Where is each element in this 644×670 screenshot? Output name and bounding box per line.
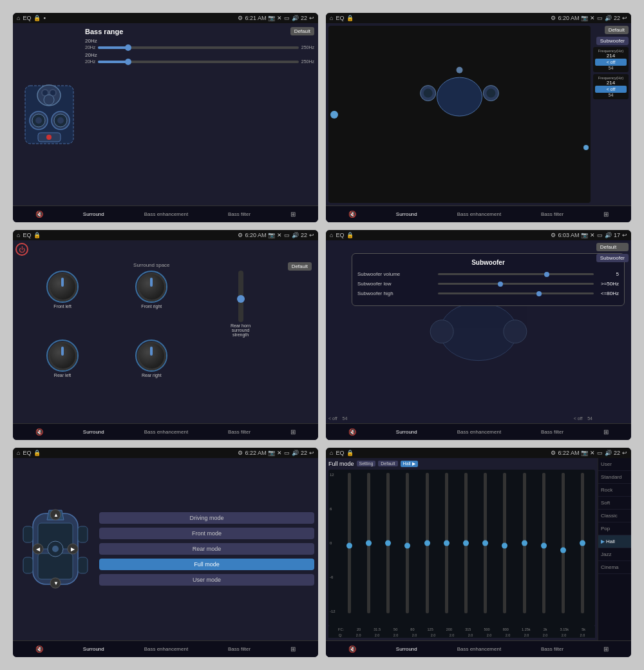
subwoofer-button-2[interactable]: Subwoofer <box>596 37 629 45</box>
freq-num-left: 54 <box>595 66 627 70</box>
freq-50: 50 <box>393 627 397 631</box>
rear-mode-button[interactable]: Rear mode <box>99 543 314 555</box>
mute-button-6[interactable]: 🔇 <box>346 644 359 654</box>
home-icon-3[interactable]: ⌂ <box>17 232 20 238</box>
eq-settings-button-5[interactable]: ⊞ <box>288 644 298 654</box>
setting-button[interactable]: Setting <box>357 461 376 466</box>
subwoofer-button-4[interactable]: Subwoofer <box>596 254 629 262</box>
eq-bar-5 <box>437 473 455 613</box>
svg-text:▲: ▲ <box>53 512 59 518</box>
eq-settings-button-6[interactable]: ⊞ <box>601 644 611 654</box>
bass-filter-button-4[interactable]: Bass filter <box>538 428 566 436</box>
front-mode-button[interactable]: Front mode <box>99 528 314 539</box>
eq-bar-2 <box>379 473 397 613</box>
mute-button-5[interactable]: 🔇 <box>33 644 46 654</box>
default-button-2[interactable]: Default <box>605 26 629 34</box>
subwoofer-high-slider[interactable] <box>438 292 594 294</box>
preset-hall[interactable]: ▶ Hall <box>598 535 631 548</box>
mute-button-2[interactable]: 🔇 <box>346 209 359 219</box>
user-mode-button[interactable]: User mode <box>99 574 314 586</box>
preset-soft[interactable]: Soft <box>598 497 631 510</box>
surround-button-2[interactable]: Surround <box>393 210 420 218</box>
default-button-6[interactable]: Default <box>378 461 397 466</box>
surround-button-5[interactable]: Surround <box>80 645 107 653</box>
surround-button-6[interactable]: Surround <box>393 645 420 653</box>
front-left-knob[interactable] <box>46 271 79 303</box>
bass-enhancement-button-1[interactable]: Bass enhancement <box>142 210 191 218</box>
back-icon-3[interactable]: ↩ <box>309 232 314 238</box>
freq-125: 125 <box>428 627 433 631</box>
bass-range-title: Bass range <box>85 28 123 35</box>
freq-80: 80 <box>410 627 414 631</box>
freq-200: 200 <box>446 627 452 631</box>
home-icon-2[interactable]: ⌂ <box>330 15 333 21</box>
subwoofer-low-slider[interactable] <box>438 283 594 285</box>
mute-button-3[interactable]: 🔇 <box>33 427 46 437</box>
eq-bar-4 <box>418 473 436 613</box>
home-icon[interactable]: ⌂ <box>17 15 20 21</box>
svg-point-6 <box>44 95 54 105</box>
preset-rock[interactable]: Rock <box>598 484 631 497</box>
lock-icon-4: 🔒 <box>346 232 354 238</box>
rear-left-knob[interactable] <box>46 340 79 372</box>
bass-filter-button-6[interactable]: Bass filter <box>538 645 566 653</box>
bass-enhancement-button-2[interactable]: Bass enhancement <box>455 210 504 218</box>
mute-button-1[interactable]: 🔇 <box>33 209 46 219</box>
preset-user[interactable]: User <box>598 458 631 471</box>
slider2-track[interactable] <box>98 61 298 63</box>
surround-button-1[interactable]: Surround <box>80 210 107 218</box>
cam-icon-4: 📷 <box>581 232 588 238</box>
default-button-3[interactable]: Default <box>288 262 312 271</box>
eq-settings-button-2[interactable]: ⊞ <box>601 209 611 219</box>
bass-filter-button-5[interactable]: Bass filter <box>225 645 253 653</box>
preset-cinema[interactable]: Cinema <box>598 561 631 574</box>
subwoofer-dialog: Subwoofer Subwoofer volume 5 Subwoofer l… <box>352 253 625 306</box>
home-icon-4[interactable]: ⌂ <box>330 232 333 238</box>
default-button-4[interactable]: Default <box>596 243 629 251</box>
preset-classic[interactable]: Classic <box>598 510 631 522</box>
default-button-1[interactable]: Default <box>290 27 314 35</box>
surround-button-4[interactable]: Surround <box>393 428 420 436</box>
bottom-bar-5: 🔇 Surround Bass enhancement Bass filter … <box>13 640 318 657</box>
hall-button[interactable]: Hall ▶ <box>401 461 418 467</box>
slider1-track[interactable] <box>98 46 298 49</box>
eq-settings-button-3[interactable]: ⊞ <box>288 427 298 437</box>
bass-filter-button-2[interactable]: Bass filter <box>538 210 566 218</box>
rear-right-knob[interactable] <box>135 340 167 372</box>
preset-standard[interactable]: Standard <box>598 471 631 484</box>
bass-filter-button-1[interactable]: Bass filter <box>225 210 253 218</box>
eq-settings-button-4[interactable]: ⊞ <box>601 427 611 437</box>
bass-enhancement-button-4[interactable]: Bass enhancement <box>455 428 504 436</box>
db-n6: -6 <box>330 575 336 579</box>
eq-settings-button-1[interactable]: ⊞ <box>288 209 298 219</box>
front-right-knob[interactable] <box>135 271 167 303</box>
back-icon-5[interactable]: ↩ <box>309 450 314 456</box>
driving-mode-button[interactable]: Driving mode <box>99 512 314 524</box>
power-button[interactable]: ⏻ <box>15 243 28 256</box>
q-val-2: 2.0 <box>393 633 399 637</box>
bass-enhancement-button-3[interactable]: Bass enhancement <box>142 428 191 436</box>
full-mode-button[interactable]: Full mode <box>99 559 314 570</box>
back-icon-4[interactable]: ↩ <box>622 232 627 238</box>
bottom-bar-6: 🔇 Surround Bass enhancement Bass filter … <box>326 640 631 657</box>
home-icon-6[interactable]: ⌂ <box>330 450 333 456</box>
off-button-right[interactable]: < off <box>595 86 627 93</box>
off-button-left[interactable]: < off <box>595 59 627 66</box>
back-icon-6[interactable]: ↩ <box>622 450 627 456</box>
preset-pop[interactable]: Pop <box>598 522 631 535</box>
preset-jazz[interactable]: Jazz <box>598 548 631 561</box>
back-icon[interactable]: ↩ <box>309 15 314 21</box>
back-icon-2[interactable]: ↩ <box>622 15 627 21</box>
subwoofer-bg: < off 54 < off 54 Subwoofer Subwoofer vo… <box>326 240 631 423</box>
mute-button-4[interactable]: 🔇 <box>346 427 359 437</box>
bass-enhancement-button-5[interactable]: Bass enhancement <box>142 645 191 653</box>
x-icon: ✕ <box>277 15 282 21</box>
rear-horn-slider[interactable] <box>238 271 243 322</box>
svg-text:◀: ◀ <box>36 546 41 552</box>
bass-filter-button-3[interactable]: Bass filter <box>225 428 253 436</box>
bass-range-body: Bass range Default 20Hz 20Hz 250Hz <box>13 23 318 206</box>
home-icon-5[interactable]: ⌂ <box>17 450 20 456</box>
bass-enhancement-button-6[interactable]: Bass enhancement <box>455 645 504 653</box>
surround-button-3[interactable]: Surround <box>80 428 107 436</box>
subwoofer-volume-slider[interactable] <box>438 273 594 275</box>
